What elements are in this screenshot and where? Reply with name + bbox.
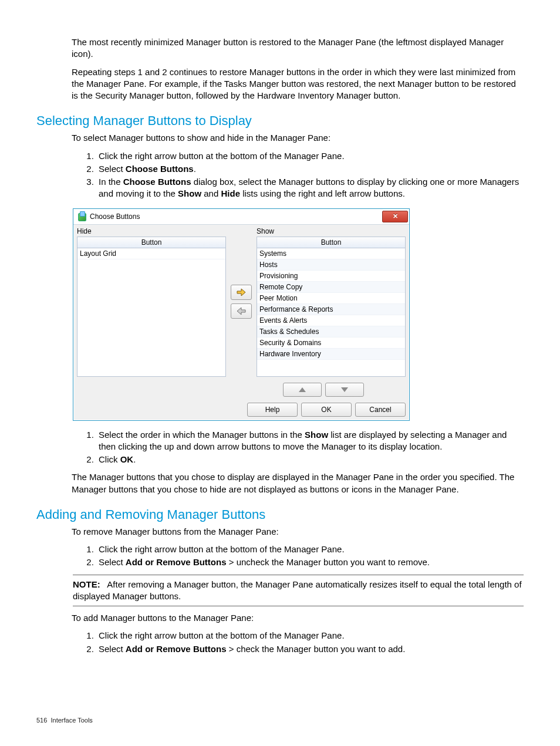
list-item[interactable]: Hosts <box>257 259 405 271</box>
choose-buttons-dialog: Choose Buttons ✕ Hide Button Layout Grid <box>73 208 410 421</box>
list-item[interactable]: Security & Domains <box>257 337 405 349</box>
heading-selecting: Selecting Manager Buttons to Display <box>36 113 524 129</box>
list-item[interactable]: Peer Motion <box>257 293 405 304</box>
show-col-header: Button <box>257 237 406 248</box>
add-steps: Click the right arrow button at the bott… <box>73 630 524 655</box>
triangle-down-icon <box>341 387 348 392</box>
list-item[interactable]: Performance & Reports <box>257 304 405 315</box>
list-item[interactable]: Events & Alerts <box>257 315 405 326</box>
remove-step-2: Select Add or Remove Buttons > uncheck t… <box>96 556 524 568</box>
steps-list-b: Select the order in which the Manager bu… <box>73 429 524 466</box>
hide-list[interactable]: Layout Grid <box>77 248 226 377</box>
step-b1: Select the order in which the Manager bu… <box>96 429 524 453</box>
intro-para-1: The most recently minimized Manager butt… <box>72 36 524 60</box>
hide-label: Hide <box>77 227 226 235</box>
selecting-intro: To select Manager buttons to show and hi… <box>72 132 524 144</box>
add-intro: To add Manager buttons to the Manager Pa… <box>72 612 524 624</box>
note-label: NOTE: <box>73 579 100 589</box>
step-a1: Click the right arrow button at the bott… <box>96 150 524 162</box>
step-a2: Select Choose Buttons. <box>96 163 524 175</box>
page-number: 516 <box>36 717 47 724</box>
heading-adding-removing: Adding and Removing Manager Buttons <box>36 507 524 522</box>
step-b2: Click OK. <box>96 454 524 465</box>
move-down-button[interactable] <box>325 383 364 397</box>
cancel-button[interactable]: Cancel <box>355 403 406 417</box>
steps-list-a: Click the right arrow button at the bott… <box>73 150 524 200</box>
list-item[interactable]: Remote Copy <box>257 282 405 293</box>
hide-panel: Hide Button Layout Grid <box>77 227 226 377</box>
list-item[interactable]: Tasks & Schedules <box>257 326 405 337</box>
add-step-2: Select Add or Remove Buttons > check the… <box>96 643 524 655</box>
move-right-button[interactable] <box>231 285 252 300</box>
triangle-up-icon <box>299 387 306 392</box>
ok-button[interactable]: OK <box>301 403 352 417</box>
dialog-app-icon <box>77 212 86 221</box>
intro-para-2: Repeating steps 1 and 2 continues to res… <box>72 66 524 102</box>
list-item[interactable]: Layout Grid <box>77 248 225 259</box>
remove-steps: Click the right arrow button at the bott… <box>73 544 524 569</box>
dialog-titlebar: Choose Buttons ✕ <box>73 209 409 225</box>
arrow-right-icon <box>237 288 246 296</box>
help-button[interactable]: Help <box>247 403 298 417</box>
list-item[interactable]: Hardware Inventory <box>257 349 405 360</box>
note-text: After removing a Manager button, the Man… <box>73 579 522 601</box>
note-block: NOTE: After removing a Manager button, t… <box>73 575 524 607</box>
choose-buttons-dialog-figure: Choose Buttons ✕ Hide Button Layout Grid <box>73 208 524 421</box>
move-left-button[interactable] <box>231 303 252 319</box>
show-list[interactable]: Systems Hosts Provisioning Remote Copy P… <box>257 248 406 377</box>
close-icon[interactable]: ✕ <box>382 211 408 222</box>
dialog-title-text: Choose Buttons <box>90 212 140 221</box>
list-item[interactable]: Systems <box>257 248 405 259</box>
remove-intro: To remove Manager buttons from the Manag… <box>72 526 524 538</box>
footer-section: Interface Tools <box>50 717 92 724</box>
remove-step-1: Click the right arrow button at the bott… <box>96 544 524 555</box>
add-step-1: Click the right arrow button at the bott… <box>96 630 524 642</box>
page-footer: 516 Interface Tools <box>36 717 93 724</box>
hide-col-header: Button <box>77 237 226 248</box>
selecting-outro: The Manager buttons that you chose to di… <box>72 471 524 495</box>
show-label: Show <box>257 227 406 235</box>
arrow-left-icon <box>237 307 246 315</box>
list-item[interactable]: Provisioning <box>257 271 405 282</box>
step-a3: In the Choose Buttons dialog box, select… <box>96 176 524 200</box>
show-panel: Show Button Systems Hosts Provisioning R… <box>257 227 406 377</box>
move-up-button[interactable] <box>283 383 322 397</box>
